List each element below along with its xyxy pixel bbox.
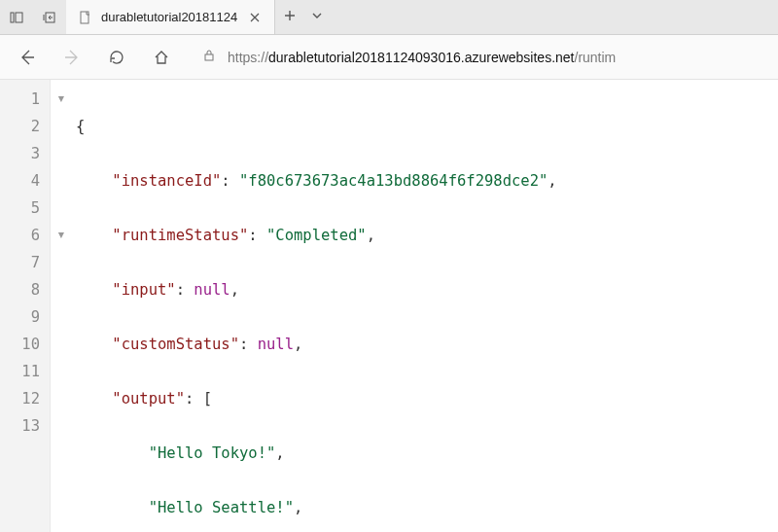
fold-toggle-icon[interactable]: ▾: [56, 221, 65, 248]
svg-rect-4: [205, 54, 213, 60]
tabs-set-aside-icon[interactable]: [33, 0, 66, 35]
line-number: 3: [0, 140, 40, 167]
close-icon[interactable]: [245, 8, 265, 27]
line-number: 4: [0, 167, 40, 195]
toolbar: https://durabletutorial20181124093016.az…: [0, 35, 778, 80]
svg-rect-0: [11, 13, 14, 22]
address-bar[interactable]: https://durabletutorial20181124093016.az…: [193, 42, 764, 73]
home-button[interactable]: [148, 44, 175, 71]
line-number: 11: [0, 358, 40, 385]
fold-toggle-icon[interactable]: ▾: [56, 85, 65, 112]
lock-icon: [202, 49, 216, 65]
tab-title: durabletutorial20181124: [101, 10, 237, 24]
tab-actions: [275, 0, 332, 34]
window-controls: [0, 0, 66, 34]
line-number: 5: [0, 195, 40, 222]
page-icon: [78, 10, 93, 25]
line-number: 13: [0, 412, 40, 440]
line-number: 1: [0, 86, 40, 113]
refresh-button[interactable]: [103, 44, 130, 71]
line-number: 6: [0, 222, 40, 249]
json-viewer: 1 2 3 4 5 6 7 8 9 10 11 12 13 ▾ ▾ { "ins…: [0, 80, 778, 532]
line-number: 12: [0, 385, 40, 412]
tab-aside-icon[interactable]: [0, 0, 33, 35]
code-body[interactable]: { "instanceId": "f80c673673ac4a13bd8864f…: [72, 80, 557, 532]
line-gutter: 1 2 3 4 5 6 7 8 9 10 11 12 13: [0, 80, 51, 532]
titlebar: durabletutorial20181124: [0, 0, 778, 35]
line-number: 7: [0, 249, 40, 276]
forward-button[interactable]: [58, 44, 86, 71]
svg-rect-1: [16, 13, 22, 22]
url-text: https://durabletutorial20181124093016.az…: [228, 50, 616, 65]
back-button[interactable]: [14, 44, 41, 71]
svg-rect-3: [81, 12, 88, 23]
line-number: 8: [0, 276, 40, 303]
line-number: 9: [0, 303, 40, 331]
line-number: 10: [0, 331, 40, 358]
browser-tab[interactable]: durabletutorial20181124: [66, 0, 275, 34]
fold-column: ▾ ▾: [51, 80, 72, 532]
tabs-chevron-down-icon[interactable]: [310, 9, 324, 25]
line-number: 2: [0, 113, 40, 140]
new-tab-button[interactable]: [283, 9, 297, 25]
